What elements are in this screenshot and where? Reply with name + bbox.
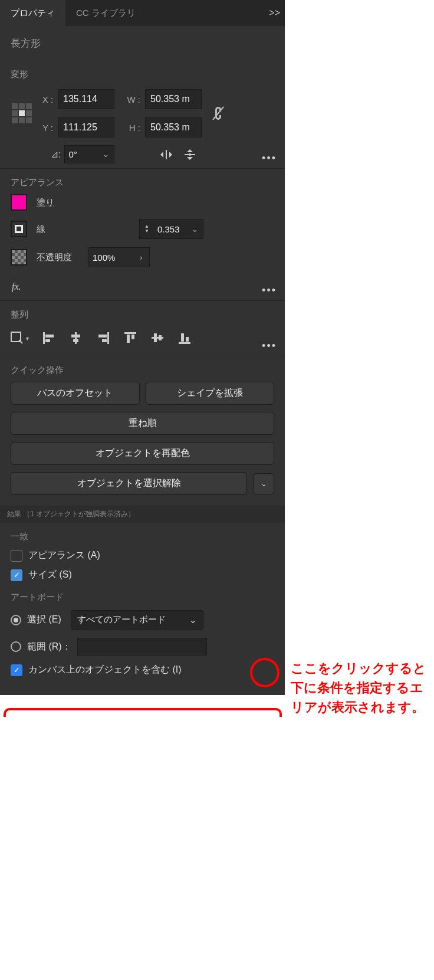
offset-path-button[interactable]: パスのオフセット	[11, 382, 140, 405]
artboard-select[interactable]: すべてのアートボード ⌄	[71, 610, 203, 630]
svg-rect-6	[45, 335, 54, 337]
align-right-icon[interactable]	[96, 331, 110, 345]
tab-properties[interactable]: プロパティ	[0, 0, 65, 26]
arrange-button[interactable]: 重ね順	[11, 412, 274, 435]
panel-tabs: プロパティ CC ライブラリ >>	[0, 0, 285, 26]
chevron-down-icon: ⌄	[261, 479, 267, 488]
opacity-expand-icon[interactable]: ›	[136, 253, 146, 262]
tab-cc-libraries[interactable]: CC ライブラリ	[65, 0, 146, 26]
svg-rect-13	[102, 339, 107, 342]
svg-rect-9	[71, 335, 80, 337]
stroke-step-arrows[interactable]: ▲▼	[140, 224, 154, 234]
svg-rect-5	[43, 332, 45, 344]
range-radio-label: 範囲 (R)：	[27, 641, 71, 653]
size-checkbox[interactable]: ✓	[11, 569, 22, 581]
align-left-icon[interactable]	[42, 331, 56, 345]
svg-rect-11	[107, 332, 109, 344]
selection-type: 長方形	[0, 26, 285, 61]
stroke-dropdown-icon[interactable]: ⌄	[187, 225, 203, 234]
stroke-label: 線	[37, 224, 45, 235]
select-radio[interactable]	[11, 615, 21, 625]
align-top-icon[interactable]	[123, 331, 137, 345]
annotation-callout: ここをクリックすると下に条件を指定するエリアが表示されます。	[285, 654, 426, 717]
x-label: X :	[38, 94, 55, 104]
svg-rect-22	[186, 337, 189, 342]
expand-shape-button[interactable]: シェイプを拡張	[146, 382, 275, 405]
align-to-selector[interactable]: ▾	[11, 332, 29, 345]
artboard-select-value: すべてのアートボード	[77, 614, 166, 625]
w-label: W :	[119, 94, 143, 104]
opacity-label: 不透明度	[37, 252, 72, 263]
svg-rect-16	[131, 335, 134, 339]
expand-criteria-button[interactable]: ⌄	[253, 473, 274, 494]
opacity-control: ›	[88, 247, 150, 267]
appearance-title: アピアランス	[11, 177, 274, 188]
appearance-more-icon[interactable]: •••	[262, 284, 277, 297]
rotate-icon: ⊿:	[51, 149, 61, 160]
deselect-button[interactable]: オブジェクトを選択解除	[11, 472, 247, 495]
svg-point-3	[189, 153, 191, 156]
result-status: 結果 （1 オブジェクトが強調表示済み）	[0, 506, 285, 523]
quick-title: クイック操作	[11, 365, 274, 376]
rotate-input[interactable]	[65, 146, 98, 163]
y-label: Y :	[38, 123, 55, 133]
y-input[interactable]	[58, 117, 114, 137]
rotate-dropdown-icon[interactable]: ⌄	[98, 150, 114, 159]
align-hcenter-icon[interactable]	[69, 331, 83, 345]
rotate-input-wrap: ⌄	[64, 145, 114, 163]
properties-panel: プロパティ CC ライブラリ >> 長方形 変形 X : W :	[0, 0, 285, 695]
svg-rect-10	[73, 339, 78, 342]
annotation-box	[4, 708, 282, 717]
reference-point-selector[interactable]	[12, 103, 32, 123]
range-input[interactable]	[77, 638, 207, 655]
transform-more-icon[interactable]: •••	[262, 152, 277, 165]
h-input[interactable]	[145, 117, 202, 137]
include-canvas-label: カンバス上のオブジェクトを含む (I)	[28, 664, 182, 676]
criteria-panel: 一致 アピアランス (A) ✓ サイズ (S) アートボード 選択 (E) すべ…	[0, 523, 285, 695]
svg-rect-14	[124, 332, 136, 334]
recolor-button[interactable]: オブジェクトを再配色	[11, 442, 274, 465]
opacity-swatch[interactable]	[11, 249, 27, 266]
link-wh-icon[interactable]	[206, 104, 230, 122]
section-align: 整列 ▾ •••	[0, 300, 285, 356]
section-appearance: アピアランス 塗り 線 ▲▼ ⌄ 不透明度 ›	[0, 168, 285, 300]
svg-rect-7	[45, 339, 50, 342]
match-title: 一致	[11, 531, 274, 542]
tabs-overflow[interactable]: >>	[269, 8, 280, 18]
svg-rect-12	[98, 335, 107, 337]
svg-rect-18	[154, 333, 157, 342]
fill-label: 塗り	[37, 197, 54, 208]
svg-line-0	[213, 107, 223, 120]
include-canvas-checkbox[interactable]: ✓	[11, 664, 22, 676]
chevron-down-icon: ⌄	[189, 615, 197, 625]
transform-title: 変形	[11, 69, 274, 80]
artboard-title: アートボード	[11, 592, 274, 603]
flip-vertical-icon[interactable]	[183, 148, 197, 162]
section-transform: 変形 X : W : Y : H : ⊿:	[0, 61, 285, 168]
stroke-width-input[interactable]	[154, 222, 187, 237]
align-bottom-icon[interactable]	[177, 331, 192, 345]
flip-horizontal-icon[interactable]	[159, 148, 173, 162]
svg-rect-15	[127, 335, 130, 343]
range-radio[interactable]	[11, 641, 21, 652]
svg-rect-19	[159, 335, 162, 340]
fx-button[interactable]: fx.	[11, 276, 274, 296]
x-input[interactable]	[58, 89, 114, 109]
stroke-stepper: ▲▼ ⌄	[139, 219, 203, 239]
section-quick-actions: クイック操作 パスのオフセット シェイプを拡張 重ね順 オブジェクトを再配色 オ…	[0, 356, 285, 506]
fill-swatch[interactable]	[11, 194, 27, 211]
h-label: H :	[119, 123, 143, 133]
w-input[interactable]	[145, 89, 202, 109]
svg-rect-20	[179, 342, 190, 344]
size-check-label: サイズ (S)	[28, 569, 72, 581]
select-radio-label: 選択 (E)	[27, 614, 61, 626]
align-vcenter-icon[interactable]	[150, 331, 165, 345]
chevron-down-icon: ▾	[26, 335, 29, 342]
svg-rect-21	[181, 333, 184, 342]
appearance-checkbox[interactable]	[11, 550, 22, 562]
align-more-icon[interactable]: •••	[262, 340, 277, 352]
align-title: 整列	[11, 309, 274, 320]
svg-rect-1	[166, 150, 167, 159]
opacity-input[interactable]	[93, 253, 134, 263]
stroke-swatch[interactable]	[11, 221, 27, 237]
